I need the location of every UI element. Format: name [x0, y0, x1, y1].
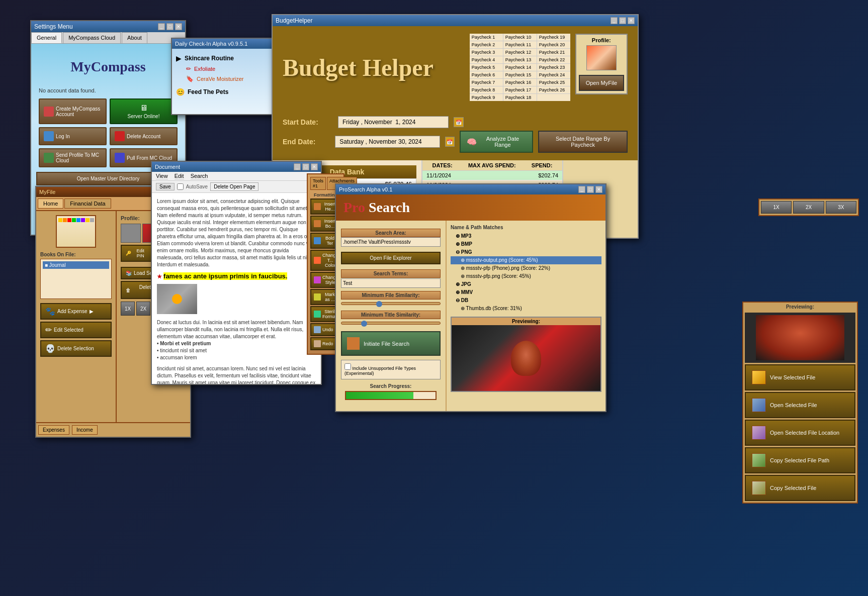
- paycheck-22[interactable]: Paycheck 22: [537, 56, 570, 63]
- paycheck-21[interactable]: Paycheck 21: [537, 49, 570, 56]
- tree-jpg[interactable]: ⊕ JPG: [451, 280, 601, 288]
- word-minimize[interactable]: _: [294, 163, 301, 170]
- toolbar-tab-tools[interactable]: Tools #1: [310, 177, 326, 190]
- paycheck-20[interactable]: Paycheck 20: [537, 41, 570, 48]
- word-menu-search[interactable]: Search: [191, 173, 208, 179]
- paycheck-25[interactable]: Paycheck 25: [537, 79, 570, 86]
- paycheck-9[interactable]: Paycheck 9: [470, 94, 503, 101]
- end-date-input[interactable]: [335, 136, 440, 148]
- tree-png-file-3[interactable]: ⊕ mssstv-pfp.png (Score: 45%): [451, 272, 601, 280]
- book-item-journal[interactable]: ■ Journal: [43, 261, 109, 269]
- start-date-calendar-icon[interactable]: 📅: [454, 117, 464, 127]
- paycheck-1[interactable]: Paycheck 1: [470, 34, 503, 41]
- settings-minimize-btn[interactable]: _: [158, 23, 165, 30]
- undo-label: Undo: [322, 327, 333, 332]
- expenses-tab[interactable]: Expenses: [38, 425, 69, 435]
- paycheck-7[interactable]: Paycheck 7: [470, 79, 503, 86]
- paycheck-16[interactable]: Paycheck 16: [503, 79, 537, 86]
- budget-close[interactable]: ✕: [628, 17, 635, 24]
- tree-mp3[interactable]: ⊕ MP3: [451, 232, 601, 240]
- edit-selected-btn[interactable]: ✏ Edit Selected: [40, 322, 112, 338]
- nav-btn-1x[interactable]: 1X: [121, 302, 135, 316]
- right-nav-2x[interactable]: 2X: [793, 201, 824, 214]
- paycheck-14[interactable]: Paycheck 14: [503, 64, 537, 71]
- word-maximize[interactable]: □: [302, 163, 309, 170]
- login-btn[interactable]: Log In: [39, 127, 107, 145]
- search-terms-input[interactable]: [341, 278, 441, 288]
- paycheck-8[interactable]: Paycheck 8: [470, 86, 503, 93]
- initiate-search-btn[interactable]: Initiate File Search: [341, 331, 441, 356]
- right-nav-3x[interactable]: 3X: [826, 201, 856, 214]
- prosearch-minimize[interactable]: _: [578, 186, 585, 193]
- tree-db[interactable]: ⊖ DB: [451, 296, 601, 305]
- tree-db-file-1[interactable]: ⊕ Thumbs.db (Score: 31%): [451, 305, 601, 313]
- copy-file-path-btn[interactable]: Copy Selected File Path: [745, 447, 855, 473]
- paycheck-4[interactable]: Paycheck 4: [470, 56, 503, 63]
- open-file-explorer-btn[interactable]: Open File Explorer: [341, 252, 441, 264]
- paycheck-6[interactable]: Paycheck 6: [470, 71, 503, 78]
- delete-account-btn[interactable]: Delete Account: [110, 127, 178, 145]
- server-online-btn[interactable]: 🖥 Server Online!: [110, 98, 178, 124]
- income-tab[interactable]: Income: [72, 425, 98, 435]
- undo-btn[interactable]: Undo: [310, 323, 337, 336]
- title-similarity-thumb[interactable]: [361, 321, 367, 327]
- paycheck-11[interactable]: Paycheck 11: [503, 41, 537, 48]
- paycheck-3[interactable]: Paycheck 3: [470, 49, 503, 56]
- paycheck-5[interactable]: Paycheck 5: [470, 64, 503, 71]
- paycheck-23[interactable]: Paycheck 23: [537, 64, 570, 71]
- word-menu-view[interactable]: View: [156, 173, 168, 179]
- copy-selected-file-btn[interactable]: Copy Selected File: [745, 475, 855, 501]
- paycheck-10[interactable]: Paycheck 10: [503, 34, 537, 41]
- paycheck-2[interactable]: Paycheck 2: [470, 41, 503, 48]
- delete-selection-btn[interactable]: 💀 Delete Selection: [40, 340, 112, 357]
- end-date-calendar-icon[interactable]: 📅: [445, 137, 455, 147]
- tree-mmv[interactable]: ⊕ MMV: [451, 288, 601, 296]
- tab-about[interactable]: About: [122, 32, 147, 43]
- include-checkbox[interactable]: [344, 363, 351, 370]
- settings-maximize-btn[interactable]: □: [166, 23, 173, 30]
- delete-open-page-btn[interactable]: Delete Open Page: [210, 182, 258, 191]
- tree-bmp[interactable]: ⊕ BMP: [451, 240, 601, 248]
- word-menu-edit[interactable]: Edit: [175, 173, 184, 179]
- tree-png-file-1[interactable]: ⊕ mssstv-output.png (Score: 45%): [451, 256, 601, 264]
- send-profile-btn[interactable]: Send Profile To MC Cloud: [39, 148, 107, 167]
- myfile-tab-home[interactable]: Home: [38, 198, 63, 209]
- paycheck-18[interactable]: Paycheck 18: [503, 94, 537, 101]
- add-expense-btn[interactable]: 🐾 Add Expense ▶: [40, 303, 112, 320]
- word-close[interactable]: ✕: [311, 163, 318, 170]
- paycheck-19[interactable]: Paycheck 19: [537, 34, 570, 41]
- start-date-input[interactable]: [338, 116, 449, 128]
- redo-btn[interactable]: Redo: [310, 337, 337, 350]
- view-selected-file-btn[interactable]: View Selected File: [745, 364, 855, 390]
- myfile-tab-financial[interactable]: Financial Data: [64, 198, 111, 209]
- settings-close-btn[interactable]: ✕: [175, 23, 182, 30]
- budget-minimize[interactable]: _: [611, 17, 618, 24]
- budget-maximize[interactable]: □: [619, 17, 626, 24]
- edit-pin-btn[interactable]: 🔑 Edit PIN: [121, 245, 153, 262]
- right-nav-1x[interactable]: 1X: [761, 201, 792, 214]
- paycheck-15[interactable]: Paycheck 15: [503, 71, 537, 78]
- select-date-btn[interactable]: Select Date Range By Paycheck: [538, 131, 628, 153]
- paycheck-13[interactable]: Paycheck 13: [503, 56, 537, 63]
- paycheck-24[interactable]: Paycheck 24: [537, 71, 570, 78]
- save-btn[interactable]: Save: [156, 183, 175, 190]
- prosearch-close[interactable]: ✕: [595, 186, 602, 193]
- paycheck-26[interactable]: Paycheck 26: [537, 86, 570, 93]
- thumb-inner: [157, 284, 197, 314]
- paycheck-12[interactable]: Paycheck 12: [503, 49, 537, 56]
- tab-mycompass-cloud[interactable]: MyCompass Cloud: [63, 32, 121, 43]
- autosave-checkbox[interactable]: [177, 183, 184, 190]
- file-similarity-thumb[interactable]: [376, 301, 382, 307]
- create-account-btn[interactable]: Create MyCompass Account: [39, 98, 107, 124]
- paycheck-17[interactable]: Paycheck 17: [503, 86, 537, 93]
- open-selected-file-btn[interactable]: Open Selected File: [745, 392, 855, 418]
- tree-png-file-2[interactable]: ⊕ mssstv-pfp (Phone).png (Score: 22%): [451, 264, 601, 272]
- prosearch-maximize[interactable]: □: [587, 186, 594, 193]
- open-myfile-btn[interactable]: Open MyFile: [579, 75, 624, 91]
- nav-btn-2x[interactable]: 2X: [136, 302, 150, 316]
- analyze-btn[interactable]: 🧠 Analyze Date Range: [460, 131, 534, 153]
- open-selected-location-btn[interactable]: Open Selected File Location: [745, 420, 855, 446]
- tree-png[interactable]: ⊖ PNG: [451, 248, 601, 256]
- include-label: Include Unsupported File Types (Experime…: [344, 366, 416, 376]
- tab-general[interactable]: General: [31, 32, 62, 43]
